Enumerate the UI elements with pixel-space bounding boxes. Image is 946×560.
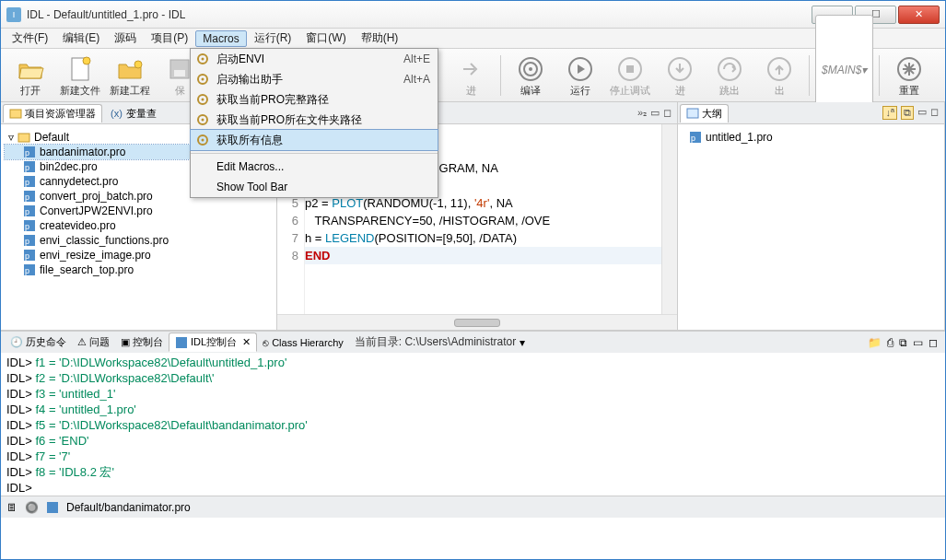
step-over-button[interactable]: 跳出: [706, 54, 753, 97]
status-path: Default/bandanimator.pro: [66, 501, 191, 514]
step-out-button[interactable]: 出: [755, 54, 803, 97]
stop-icon: [615, 54, 645, 84]
menu-file[interactable]: 文件(F): [5, 29, 55, 48]
menu-macros[interactable]: Macros: [195, 30, 246, 47]
folder-icon[interactable]: 📁: [868, 336, 882, 349]
reset-button[interactable]: 重置: [885, 54, 933, 97]
breakpoint-icon[interactable]: 🔘: [25, 501, 39, 514]
svg-point-9: [202, 139, 204, 142]
chevron-down-icon: ▾: [861, 64, 867, 76]
open-button[interactable]: 打开: [6, 54, 54, 97]
file-item[interactable]: pConvertJPW2ENVI.pro: [5, 204, 273, 218]
minimize-panel-icon[interactable]: ▭: [650, 107, 660, 119]
pro-file-icon: p: [23, 146, 36, 158]
file-item[interactable]: penvi_classic_functions.pro: [5, 233, 273, 248]
step-into-button[interactable]: 进: [447, 54, 495, 97]
macros-dropdown: 启动ENVI Alt+E 启动输出助手 Alt+A 获取当前PRO完整路径 获取…: [190, 48, 438, 198]
vertical-scrollbar[interactable]: [661, 124, 677, 314]
toolbar: 打开 新建文件 新建工程 保 进 编译 运行 停止调试 进 跳出 出: [1, 49, 945, 102]
expand-icon[interactable]: ▿: [8, 131, 14, 144]
pro-file-icon: p: [23, 160, 36, 173]
pro-file-icon: p: [689, 131, 702, 144]
new-file-button[interactable]: 新建文件: [56, 54, 104, 97]
pro-file-icon: p: [23, 190, 36, 203]
tab-console[interactable]: ▣控制台: [115, 333, 169, 351]
outline-tree[interactable]: p untitled_1.pro: [678, 124, 944, 330]
tool2-icon[interactable]: ⧉: [899, 336, 907, 349]
filter-icon[interactable]: ⧉: [901, 106, 914, 120]
outline-item[interactable]: p untitled_1.pro: [682, 130, 940, 145]
menu-source[interactable]: 源码: [107, 29, 144, 48]
tab-history[interactable]: 🕘历史命令: [5, 333, 72, 351]
svg-rect-29: [10, 110, 21, 118]
svg-rect-50: [687, 109, 698, 118]
tab-project-explorer[interactable]: 项目资源管理器: [3, 104, 102, 122]
new-project-button[interactable]: 新建工程: [106, 54, 154, 97]
file-item[interactable]: penvi_resize_image.pro: [5, 248, 273, 262]
tab-class-hierarchy[interactable]: ⎋Class Hierarchy: [257, 335, 349, 350]
menu-window[interactable]: 窗口(W): [298, 29, 353, 48]
macro-get-folder-path[interactable]: 获取当前PRO所在文件夹路径: [191, 110, 438, 130]
status-icon: 🗏: [6, 501, 18, 514]
menu-help[interactable]: 帮助(H): [354, 29, 406, 48]
edit-macros[interactable]: Edit Macros...: [191, 157, 438, 177]
tab-variables[interactable]: (x) 变量查: [104, 104, 163, 122]
pro-file-icon: p: [23, 175, 36, 188]
new-file-icon: [65, 54, 95, 84]
minimize-panel-icon[interactable]: ▭: [917, 106, 927, 120]
svg-rect-53: [176, 337, 187, 348]
hierarchy-icon: ⎋: [263, 337, 269, 348]
macro-get-all-info[interactable]: 获取所有信息: [191, 130, 438, 150]
gear-icon: [194, 113, 211, 126]
menu-project[interactable]: 项目(P): [144, 29, 195, 48]
svg-point-22: [718, 58, 741, 80]
maximize-panel-icon[interactable]: ◻: [663, 107, 672, 119]
show-tool-bar[interactable]: Show Tool Bar: [191, 177, 438, 197]
menu-edit[interactable]: 编辑(E): [55, 29, 107, 48]
gear-icon: [194, 93, 211, 106]
reset-icon: [894, 54, 924, 84]
warning-icon: ⚠: [77, 336, 87, 348]
maximize-panel-icon[interactable]: ◻: [928, 336, 938, 349]
window-title: IDL - Default/untitled_1.pro - IDL: [27, 8, 185, 21]
pro-file-icon: p: [23, 219, 36, 232]
pro-file-icon: p: [23, 204, 36, 217]
macro-start-output[interactable]: 启动输出助手 Alt+A: [191, 69, 438, 89]
new-project-icon: [115, 54, 145, 84]
tab-outline[interactable]: 大纲: [680, 104, 729, 122]
sort-icon[interactable]: ↓ª: [882, 106, 897, 120]
step-in-button[interactable]: 进: [656, 54, 704, 97]
run-button[interactable]: 运行: [556, 54, 604, 97]
gear-icon: [516, 54, 545, 84]
pro-file-icon: p: [23, 249, 36, 262]
file-item[interactable]: pfile_search_top.pro: [5, 262, 273, 277]
macro-start-envi[interactable]: 启动ENVI Alt+E: [191, 49, 438, 69]
chevron-down-icon[interactable]: ▾: [520, 336, 525, 349]
file-item[interactable]: pcreatevideo.pro: [5, 218, 273, 233]
stop-debug-button[interactable]: 停止调试: [606, 54, 654, 97]
tool1-icon[interactable]: ⎙: [887, 336, 893, 349]
app-icon: I: [6, 7, 21, 22]
tab-problems[interactable]: ⚠问题: [72, 333, 115, 351]
explorer-icon: [9, 107, 22, 120]
idl-console[interactable]: IDL> f1 = 'D:\IDLWorkspace82\Default\unt…: [1, 353, 945, 496]
current-dir-label: 当前目录: C:\Users\Administrator: [355, 334, 516, 350]
svg-point-5: [202, 99, 204, 101]
tab-idl-console[interactable]: IDL控制台✕: [169, 332, 257, 352]
history-icon: 🕘: [10, 336, 23, 348]
gear-icon: [194, 52, 211, 65]
menu-run[interactable]: 运行(R): [247, 29, 299, 48]
step-in-icon: [665, 54, 695, 84]
maximize-panel-icon[interactable]: ◻: [930, 106, 939, 120]
svg-text:p: p: [25, 251, 29, 261]
close-button[interactable]: ✕: [898, 6, 940, 24]
compile-button[interactable]: 编译: [507, 54, 555, 97]
svg-rect-31: [18, 134, 29, 142]
macro-get-full-path[interactable]: 获取当前PRO完整路径: [191, 89, 438, 110]
horizontal-scrollbar[interactable]: [277, 314, 677, 330]
pro-file-icon: p: [23, 263, 36, 276]
svg-text:p: p: [25, 148, 29, 158]
step-over-icon: [715, 54, 744, 84]
minimize-panel-icon[interactable]: ▭: [913, 336, 923, 349]
variable-icon: (x): [111, 107, 123, 120]
